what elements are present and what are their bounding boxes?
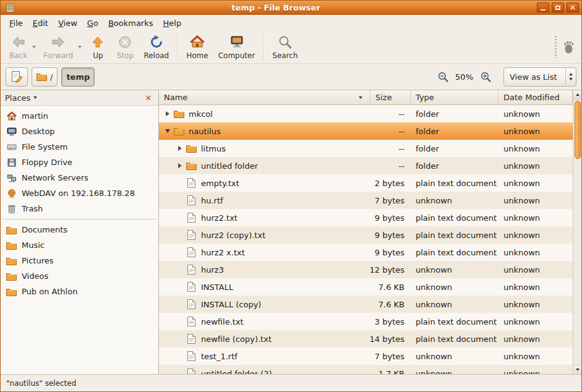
scrollbar-thumb[interactable] — [575, 101, 581, 159]
toolbar-search-button[interactable]: Search — [267, 32, 302, 62]
expander-expanded-icon[interactable] — [163, 129, 173, 133]
list-header: Name Size Type Date Modified — [159, 90, 573, 105]
status-text: "nautilus" selected — [6, 379, 76, 388]
path-root-button[interactable]: / — [32, 67, 58, 87]
place-item-documents[interactable]: Documents — [1, 222, 158, 237]
file-name: hurz3 — [201, 265, 224, 275]
toolbar-forward-dropdown[interactable] — [78, 32, 84, 62]
file-row-untitled-folder[interactable]: untitled folder--folderunknown — [159, 157, 573, 174]
place-item-floppy-drive[interactable]: Floppy Drive — [1, 155, 158, 170]
titlebar[interactable]: temp - File Browser × — [1, 1, 581, 15]
file-row-install-copy[interactable]: INSTALL (copy)7.6 KBunknownunknown — [159, 296, 573, 313]
path-current-button[interactable]: temp — [61, 67, 95, 87]
toolbar-home-button[interactable]: Home — [181, 32, 213, 62]
file-row-install[interactable]: INSTALL7.6 KBunknownunknown — [159, 278, 573, 296]
toolbar-up-button[interactable]: Up — [84, 32, 111, 62]
file-row-hurz2-x-txt[interactable]: hurz2 x.txt9 bytesplain text documentunk… — [159, 244, 573, 261]
file-row-mkcol[interactable]: mkcol--folderunknown — [159, 105, 573, 122]
toolbar-separator — [177, 35, 178, 59]
file-row-nautilus[interactable]: nautilus--folderunknown — [159, 122, 573, 140]
zoom-in-button[interactable] — [478, 69, 493, 85]
places-sidebar: Places ✕ martinDesktopFile SystemFloppy … — [1, 90, 159, 374]
scroll-up-button[interactable] — [573, 90, 581, 100]
file-type: plain text document — [411, 330, 499, 347]
column-header-type[interactable]: Type — [411, 90, 499, 105]
floppy-icon — [6, 158, 17, 168]
file-row-hurz3[interactable]: hurz312 bytesunknownunknown — [159, 261, 573, 278]
file-size: 9 bytes — [370, 226, 411, 244]
place-item-trash[interactable]: Trash — [1, 201, 158, 216]
place-item-pub-on-athlon[interactable]: Pub on Athlon — [1, 284, 158, 299]
vertical-scrollbar[interactable] — [573, 90, 581, 374]
up-arrow-icon — [90, 35, 105, 49]
file-date-modified: unknown — [499, 105, 573, 122]
toolbar-reload-button[interactable]: Reload — [139, 32, 174, 62]
file-icon — [185, 265, 197, 275]
expander-collapsed-icon[interactable] — [175, 146, 185, 151]
file-icon — [185, 351, 197, 361]
file-icon — [185, 213, 197, 223]
place-item-desktop[interactable]: Desktop — [1, 124, 158, 139]
place-item-music[interactable]: Music — [1, 237, 158, 253]
column-header-size[interactable]: Size — [370, 90, 411, 105]
expander-collapsed-icon[interactable] — [163, 111, 173, 116]
window-title: temp - File Browser — [17, 3, 534, 12]
menu-bookmarks[interactable]: Bookmarks — [103, 16, 158, 30]
toolbar-computer-button[interactable]: Computer — [213, 32, 260, 62]
toggle-location-entry-button[interactable] — [6, 67, 28, 87]
place-item-file-system[interactable]: File System — [1, 139, 158, 155]
toolbar-back-button[interactable]: Back — [4, 32, 32, 62]
column-header-date-modified[interactable]: Date Modified — [499, 90, 573, 105]
places-close-button[interactable]: ✕ — [143, 92, 154, 103]
file-date-modified: unknown — [499, 209, 573, 226]
file-type: unknown — [411, 261, 499, 278]
file-row-test-1-rtf[interactable]: test_1.rtf7 bytesunknownunknown — [159, 347, 573, 365]
file-row-newfile-txt[interactable]: newfile.txt3 bytesplain text documentunk… — [159, 313, 573, 330]
toolbar-back-dropdown[interactable] — [32, 32, 38, 62]
column-header-name[interactable]: Name — [159, 90, 370, 105]
status-bar: "nautilus" selected — [1, 374, 581, 391]
trash-icon — [6, 204, 17, 214]
view-mode-select[interactable]: View as List — [503, 67, 576, 87]
menu-help[interactable]: Help — [158, 16, 187, 30]
file-size: 7 bytes — [370, 192, 411, 209]
place-item-network-servers[interactable]: Network Servers — [1, 170, 158, 185]
zoom-out-button[interactable] — [435, 69, 450, 85]
file-date-modified: unknown — [499, 313, 573, 330]
sort-indicator-icon — [359, 96, 362, 99]
file-row-empty-txt[interactable]: empty.txt2 bytesplain text documentunkno… — [159, 174, 573, 192]
close-button[interactable]: × — [567, 2, 579, 12]
file-date-modified: unknown — [499, 174, 573, 192]
minimize-icon — [541, 9, 546, 11]
menu-edit[interactable]: Edit — [28, 16, 53, 30]
folder-icon — [185, 144, 197, 153]
toolbar-grip[interactable] — [555, 36, 557, 58]
file-row-newfile-copy-txt[interactable]: newfile (copy).txt14 bytesplain text doc… — [159, 330, 573, 347]
chevron-down-icon — [32, 46, 36, 48]
menu-file[interactable]: File — [4, 16, 28, 30]
toolbar-forward-button[interactable]: Forward — [38, 32, 78, 62]
file-type: folder — [411, 105, 499, 122]
place-item-pictures[interactable]: Pictures — [1, 253, 158, 268]
minimize-button[interactable] — [537, 2, 549, 12]
places-dropdown-icon[interactable] — [33, 96, 37, 99]
menu-view[interactable]: View — [53, 16, 82, 30]
chevron-down-icon — [78, 46, 82, 48]
file-size: 7 bytes — [370, 347, 411, 365]
file-row-litmus[interactable]: litmus--folderunknown — [159, 140, 573, 157]
folder-icon — [36, 72, 47, 81]
scroll-down-button[interactable] — [573, 365, 581, 374]
expander-collapsed-icon[interactable] — [175, 163, 185, 168]
file-row-untitled-folder-2[interactable]: untitled folder (2)1.7 KBunknownunknown — [159, 365, 573, 374]
maximize-button[interactable] — [552, 2, 564, 12]
file-list: Name Size Type Date Modified mkcol--fold… — [159, 90, 573, 374]
file-row-hu-rtf[interactable]: hu.rtf7 bytesunknownunknown — [159, 192, 573, 209]
toolbar-stop-button[interactable]: Stop — [111, 32, 139, 62]
place-item-webdav-on-192-168-178-28[interactable]: WebDAV on 192.168.178.28 — [1, 185, 158, 201]
file-row-hurz2-copy-txt[interactable]: hurz2 (copy).txt9 bytesplain text docume… — [159, 226, 573, 244]
view-mode-spinner[interactable] — [565, 68, 576, 86]
file-row-hurz2-txt[interactable]: hurz2.txt9 bytesplain text documentunkno… — [159, 209, 573, 226]
menu-go[interactable]: Go — [82, 16, 103, 30]
place-item-videos[interactable]: Videos — [1, 268, 158, 284]
place-item-martin[interactable]: martin — [1, 108, 158, 124]
